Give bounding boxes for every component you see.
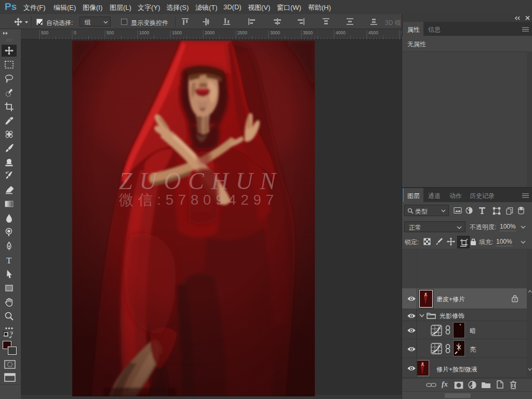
svg-text:3000: 3000 <box>270 30 280 35</box>
svg-text:1500: 1500 <box>172 30 182 35</box>
svg-text:500: 500 <box>41 30 48 35</box>
svg-text:ZUOCHUN: ZUOCHUN <box>119 168 280 194</box>
svg-text:1000: 1000 <box>139 30 149 35</box>
svg-text:T: T <box>6 256 12 265</box>
svg-text:0: 0 <box>74 30 76 35</box>
svg-text:4500: 4500 <box>368 30 378 35</box>
svg-text:2500: 2500 <box>237 30 247 35</box>
svg-text:500: 500 <box>107 30 114 35</box>
svg-text:3500: 3500 <box>303 30 313 35</box>
svg-text:4000: 4000 <box>336 30 345 35</box>
svg-text:2000: 2000 <box>205 30 215 35</box>
